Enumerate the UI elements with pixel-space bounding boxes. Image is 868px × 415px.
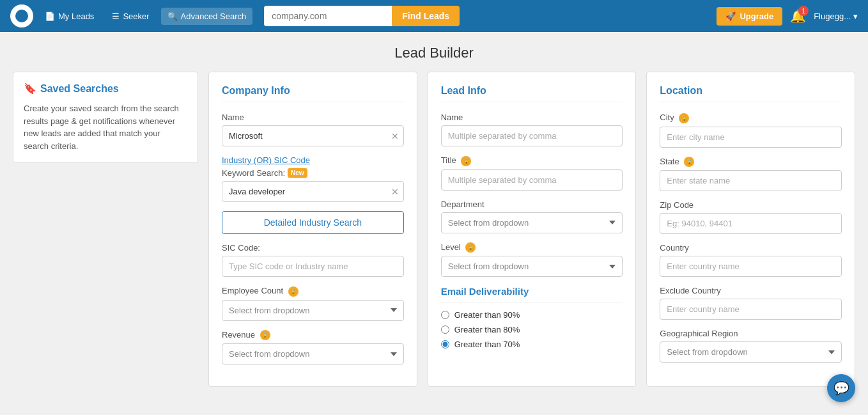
radio-90-input[interactable]	[441, 311, 449, 319]
location-title: Location	[660, 85, 842, 102]
location-panel: Location City 🔒 State 🔒 Zip Code	[646, 72, 855, 387]
radio-70-label[interactable]: Greater than 70%	[441, 340, 623, 349]
saved-searches-title: 🔖 Saved Searches	[24, 82, 187, 95]
department-select[interactable]: Select from dropdown	[441, 212, 623, 233]
exclude-country-input[interactable]	[660, 299, 842, 320]
geo-region-select[interactable]: Select from dropdown	[660, 341, 842, 363]
advanced-search-nav[interactable]: 🔍 Advanced Search	[161, 8, 253, 25]
lead-name-input[interactable]	[441, 125, 623, 146]
level-group: Level 🔒 Select from dropdown	[441, 242, 623, 278]
detailed-industry-search-button[interactable]: Detailed Industry Search	[222, 211, 404, 234]
chat-icon: 💬	[833, 380, 849, 396]
sic-code-label: SIC Code:	[222, 243, 404, 253]
radio-70-input[interactable]	[441, 340, 449, 348]
company-name-label: Name	[222, 113, 404, 122]
navbar-right: 🚀 Upgrade 🔔 1 Flugegg... ▾	[717, 7, 858, 26]
user-menu-button[interactable]: Flugegg... ▾	[814, 12, 858, 21]
find-leads-label: Find Leads	[402, 11, 449, 21]
employee-count-select[interactable]: Select from dropdown	[222, 300, 404, 321]
department-group: Department Select from dropdown	[441, 200, 623, 233]
employee-count-label: Employee Count 🔒	[222, 286, 404, 297]
industry-group: Industry (OR) SIC Code Keyword Search: N…	[222, 155, 404, 202]
seeker-nav[interactable]: ☰ Seeker	[105, 8, 155, 25]
sidebar: 🔖 Saved Searches Create your saved searc…	[13, 72, 198, 387]
user-name: Flugegg...	[814, 12, 851, 21]
my-leads-label: My Leads	[58, 12, 94, 21]
zip-input[interactable]	[660, 213, 842, 234]
list-icon: ☰	[112, 12, 120, 21]
email-radio-group: Greater than 90% Greater than 80% Greate…	[441, 310, 623, 349]
lead-info-panel: Lead Info Name Title 🔒 Department Select…	[428, 72, 637, 387]
state-label: State 🔒	[660, 157, 842, 168]
revenue-group: Revenue 🔒 Select from dropdown	[222, 330, 404, 365]
lead-title-label: Title 🔒	[441, 155, 623, 166]
company-name-clear-button[interactable]: ✕	[391, 131, 399, 141]
advanced-search-label: Advanced Search	[181, 12, 247, 21]
city-label: City 🔒	[660, 113, 842, 123]
upgrade-label: Upgrade	[740, 12, 773, 21]
exclude-country-group: Exclude Country	[660, 286, 842, 320]
lead-title-input[interactable]	[441, 169, 623, 191]
new-badge: New	[288, 168, 307, 178]
company-info-panel: Company Info Name ✕ Industry (OR) SIC Co…	[208, 72, 417, 387]
find-leads-button[interactable]: Find Leads	[392, 6, 460, 26]
my-leads-nav[interactable]: 📄 My Leads	[38, 8, 100, 25]
search-container: Find Leads	[264, 6, 481, 26]
sic-code-input[interactable]	[222, 256, 404, 277]
keyword-label-row: Keyword Search: New	[222, 168, 404, 178]
city-input[interactable]	[660, 127, 842, 148]
keyword-label: Keyword Search:	[222, 168, 285, 178]
main-layout: 🔖 Saved Searches Create your saved searc…	[0, 72, 868, 400]
saved-searches-card: 🔖 Saved Searches Create your saved searc…	[13, 72, 198, 163]
radio-80-label[interactable]: Greater than 80%	[441, 325, 623, 334]
company-info-title: Company Info	[222, 85, 404, 102]
company-name-input[interactable]	[222, 125, 404, 146]
document-icon: 📄	[45, 12, 55, 21]
upgrade-button[interactable]: 🚀 Upgrade	[717, 7, 782, 26]
lead-info-title: Lead Info	[441, 85, 623, 102]
revenue-lock-icon: 🔒	[260, 330, 270, 340]
radio-80-input[interactable]	[441, 325, 449, 334]
state-input[interactable]	[660, 170, 842, 191]
city-group: City 🔒	[660, 113, 842, 148]
keyword-search-input[interactable]	[222, 181, 404, 202]
zip-group: Zip Code	[660, 200, 842, 234]
country-label: Country	[660, 243, 842, 253]
revenue-label: Revenue 🔒	[222, 330, 404, 341]
level-select[interactable]: Select from dropdown	[441, 256, 623, 277]
revenue-select[interactable]: Select from dropdown	[222, 343, 404, 364]
radio-70-text: Greater than 70%	[454, 340, 520, 349]
sic-code-group: SIC Code:	[222, 243, 404, 277]
industry-link[interactable]: Industry (OR) SIC Code	[222, 155, 310, 165]
rocket-icon: 🚀	[725, 12, 736, 21]
email-deliverability-group: Email Deliverability Greater than 90% Gr…	[441, 286, 623, 349]
geo-region-group: Geographical Region Select from dropdown	[660, 329, 842, 363]
chevron-down-icon: ▾	[853, 12, 858, 21]
radio-80-text: Greater than 80%	[454, 325, 520, 334]
keyword-input-wrapper: ✕	[222, 181, 404, 202]
employee-lock-icon: 🔒	[288, 286, 298, 297]
lead-name-group: Name	[441, 113, 623, 146]
notif-badge: 1	[798, 6, 809, 16]
chat-fab-button[interactable]: 💬	[827, 374, 855, 400]
country-input[interactable]	[660, 256, 842, 277]
company-name-group: Name ✕	[222, 113, 404, 146]
geo-region-label: Geographical Region	[660, 329, 842, 338]
company-search-input[interactable]	[264, 6, 392, 26]
level-lock-icon: 🔒	[465, 242, 476, 253]
keyword-clear-button[interactable]: ✕	[391, 187, 399, 197]
notifications-button[interactable]: 🔔 1	[790, 8, 806, 24]
country-group: Country	[660, 243, 842, 277]
level-label: Level 🔒	[441, 242, 623, 253]
radio-90-text: Greater than 90%	[454, 310, 520, 320]
employee-count-group: Employee Count 🔒 Select from dropdown	[222, 286, 404, 321]
saved-searches-heading: Saved Searches	[40, 83, 119, 95]
company-name-input-wrapper: ✕	[222, 125, 404, 146]
state-lock-icon: 🔒	[684, 157, 694, 167]
radio-90-label[interactable]: Greater than 90%	[441, 310, 623, 320]
zip-label: Zip Code	[660, 200, 842, 210]
page-title: Lead Builder	[0, 32, 868, 72]
seeker-label: Seeker	[123, 12, 149, 21]
logo[interactable]	[10, 4, 33, 27]
department-label: Department	[441, 200, 623, 209]
